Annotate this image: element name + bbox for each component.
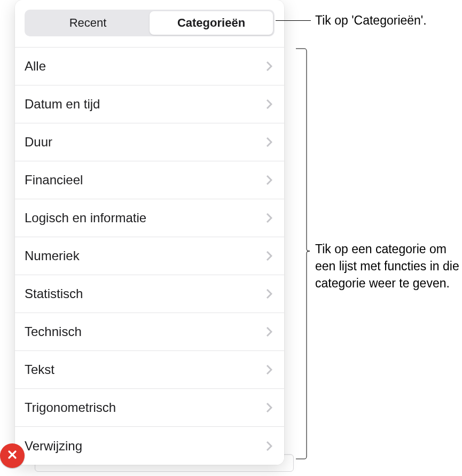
callout-middle-text: Tik op een categorie om een lijst met fu… bbox=[315, 242, 459, 290]
list-item[interactable]: Trigonometrisch bbox=[15, 389, 284, 427]
list-item[interactable]: Technisch bbox=[15, 313, 284, 351]
categories-list: Alle Datum en tijd Duur Financieel Logis… bbox=[15, 47, 284, 465]
close-formula-button[interactable] bbox=[0, 443, 25, 468]
chevron-right-icon bbox=[266, 61, 272, 72]
tab-recent[interactable]: Recent bbox=[26, 11, 150, 35]
list-item-label: Duur bbox=[25, 135, 52, 150]
callout-leader-line bbox=[276, 20, 311, 21]
chevron-right-icon bbox=[266, 364, 272, 375]
list-item[interactable]: Alle bbox=[15, 48, 284, 85]
list-item[interactable]: Numeriek bbox=[15, 237, 284, 275]
list-item-label: Tekst bbox=[25, 362, 54, 377]
list-item[interactable]: Duur bbox=[15, 123, 284, 161]
chevron-right-icon bbox=[266, 213, 272, 223]
list-item-label: Numeriek bbox=[25, 248, 80, 263]
list-item-label: Technisch bbox=[25, 324, 82, 339]
popover-tail bbox=[60, 464, 76, 465]
chevron-right-icon bbox=[266, 251, 272, 261]
chevron-right-icon bbox=[266, 402, 272, 413]
list-item-label: Verwijzing bbox=[25, 439, 82, 454]
callout-bracket bbox=[296, 48, 310, 459]
segmented-control: Recent Categorieën bbox=[25, 10, 275, 36]
chevron-right-icon bbox=[266, 99, 272, 110]
list-item[interactable]: Logisch en informatie bbox=[15, 199, 284, 237]
list-item-label: Logisch en informatie bbox=[25, 210, 146, 225]
list-item-label: Trigonometrisch bbox=[25, 400, 116, 415]
callout-top: Tik op 'Categorieën'. bbox=[315, 12, 427, 29]
chevron-right-icon bbox=[266, 288, 272, 299]
tab-bar: Recent Categorieën bbox=[15, 0, 284, 42]
list-item[interactable]: Verwijzing bbox=[15, 427, 284, 465]
close-icon bbox=[7, 449, 18, 462]
chevron-right-icon bbox=[266, 137, 272, 147]
list-item[interactable]: Financieel bbox=[15, 161, 284, 199]
list-item-label: Statistisch bbox=[25, 286, 83, 301]
list-item[interactable]: Tekst bbox=[15, 351, 284, 389]
list-item-label: Datum en tijd bbox=[25, 97, 100, 112]
list-item[interactable]: Datum en tijd bbox=[15, 85, 284, 123]
chevron-right-icon bbox=[266, 441, 272, 451]
tab-categories[interactable]: Categorieën bbox=[150, 11, 273, 35]
tab-recent-label: Recent bbox=[69, 16, 107, 29]
functions-popover: Recent Categorieën Alle Datum en tijd Du… bbox=[15, 0, 284, 465]
chevron-right-icon bbox=[266, 326, 272, 337]
list-item[interactable]: Statistisch bbox=[15, 275, 284, 313]
callout-middle: Tik op een categorie om een lijst met fu… bbox=[315, 240, 459, 292]
list-item-label: Alle bbox=[25, 59, 46, 74]
tab-categories-label: Categorieën bbox=[177, 16, 245, 29]
list-item-label: Financieel bbox=[25, 173, 83, 188]
callout-top-text: Tik op 'Categorieën'. bbox=[315, 13, 427, 27]
chevron-right-icon bbox=[266, 175, 272, 185]
